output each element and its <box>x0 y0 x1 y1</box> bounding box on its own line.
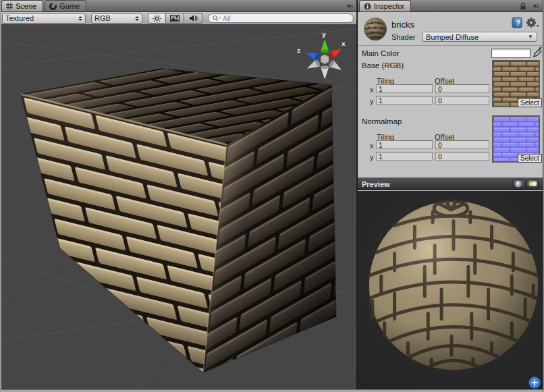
base-offset-y-input[interactable] <box>435 96 489 105</box>
scene-pane: Scene Game ▾≡ Textured RGB <box>0 0 358 392</box>
audio-toggle-button[interactable] <box>184 13 202 24</box>
shader-value: Bumped Diffuse <box>426 33 479 41</box>
window-left-edge <box>0 0 1 392</box>
normalmap-offset-y-input[interactable] <box>435 152 489 161</box>
search-input[interactable] <box>223 14 349 22</box>
scene-search-field[interactable] <box>208 13 354 23</box>
gizmo-z-label: z <box>297 47 300 54</box>
scene-tab-label: Scene <box>16 2 36 10</box>
scene-tabbar: Scene Game ▾≡ <box>0 0 356 12</box>
base-rgb-label: Base (RGB) <box>362 61 404 69</box>
material-ball-thumbnail <box>363 17 387 41</box>
sphere-shading <box>369 201 538 370</box>
normalmap-tiling-y-input[interactable] <box>376 152 433 161</box>
speaker-icon <box>189 14 198 22</box>
shader-dropdown[interactable]: Bumped Diffuse ▼ <box>422 32 537 42</box>
draw-mode-value: Textured <box>5 14 34 22</box>
gizmo-x-label: x <box>342 40 346 47</box>
inspector-pane: Inspector ▾≡ <box>358 0 543 392</box>
scene-toolbar: Textured RGB <box>0 12 356 25</box>
gear-menu-icon[interactable] <box>526 17 539 28</box>
lock-icon[interactable] <box>520 3 526 10</box>
main-color-label: Main Color <box>362 49 400 57</box>
normalmap-tiling-x-input[interactable] <box>376 140 433 149</box>
normalmap-y-label: y <box>370 153 373 161</box>
sun-icon <box>153 14 161 23</box>
image-icon <box>170 15 180 22</box>
two-lights-icon <box>528 181 537 187</box>
inspector-body: bricks Shader Bumped Diffuse ▼ ? <box>358 12 543 392</box>
base-tiling-y-input[interactable] <box>376 96 433 105</box>
base-offset-x-input[interactable] <box>435 84 489 93</box>
inspector-tab-label: Inspector <box>374 2 404 10</box>
scene-view-toggles <box>148 13 202 24</box>
normalmap-select-button[interactable]: Select <box>518 154 542 163</box>
base-tiling-x-input[interactable] <box>376 84 433 93</box>
material-preview-sphere[interactable] <box>358 191 543 392</box>
preview-lighting-button[interactable] <box>526 179 539 188</box>
material-name: bricks <box>391 20 414 30</box>
main-color-swatch[interactable] <box>491 49 531 58</box>
base-y-label: y <box>370 97 373 105</box>
base-x-label: x <box>370 86 373 94</box>
base-texture-select-button[interactable]: Select <box>518 99 542 107</box>
normalmap-offset-x-input[interactable] <box>435 140 489 149</box>
info-icon <box>364 3 371 10</box>
shader-label: Shader <box>391 33 415 41</box>
gizmo-y-label: y <box>322 30 326 38</box>
sphere-icon <box>515 181 522 188</box>
tab-scene[interactable]: Scene <box>1 0 43 11</box>
inspector-pane-menu-icon[interactable]: ▾≡ <box>533 3 539 9</box>
updown-arrows-icon <box>78 16 82 21</box>
normalmap-label: Normalmap <box>362 117 402 125</box>
scene-grid-icon <box>6 3 13 9</box>
render-mode-value: RGB <box>94 14 111 22</box>
skybox-toggle-button[interactable] <box>166 13 184 24</box>
normalmap-x-label: x <box>370 142 373 150</box>
svg-text:?: ? <box>516 20 520 27</box>
tab-inspector[interactable]: Inspector <box>359 0 411 11</box>
render-mode-dropdown[interactable]: RGB <box>91 13 142 24</box>
preview-title: Preview <box>362 180 510 188</box>
eyedropper-icon[interactable] <box>533 46 543 58</box>
game-controller-icon <box>49 3 57 10</box>
preview-shape-button[interactable] <box>512 179 524 188</box>
section-divider <box>358 45 543 46</box>
scene-pane-menu-icon[interactable]: ▾≡ <box>347 3 353 9</box>
gizmo-center-cube[interactable] <box>321 55 329 64</box>
window-bottom-edge <box>0 389 544 392</box>
preview-body[interactable] <box>358 191 543 392</box>
inspector-tabbar: Inspector ▾≡ <box>358 0 543 12</box>
scene-viewport[interactable]: y x z <box>0 25 356 392</box>
chevron-down-icon: ▼ <box>528 34 533 40</box>
unity-editor-window: Scene Game ▾≡ Textured RGB <box>0 0 544 392</box>
tab-game[interactable]: Game <box>45 0 86 11</box>
help-icon[interactable]: ? <box>512 17 522 28</box>
search-icon <box>213 15 221 22</box>
preview-header[interactable]: Preview <box>358 177 543 190</box>
updown-arrows-icon <box>135 16 139 21</box>
preview-zoom-button[interactable] <box>529 377 541 389</box>
lighting-toggle-button[interactable] <box>148 13 166 24</box>
game-tab-label: Game <box>59 2 80 10</box>
draw-mode-dropdown[interactable]: Textured <box>2 13 86 24</box>
